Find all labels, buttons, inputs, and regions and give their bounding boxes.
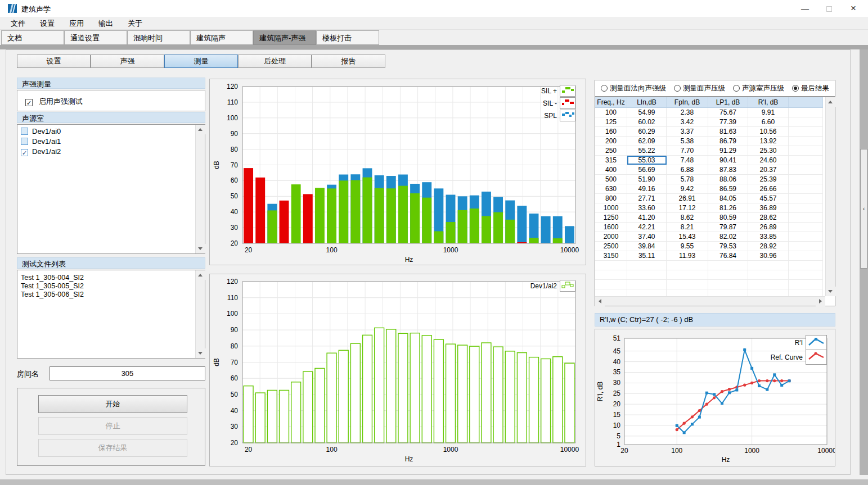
channel-list-scrollbar[interactable] xyxy=(195,125,205,253)
close-button[interactable]: × xyxy=(842,0,865,17)
table-cell[interactable] xyxy=(708,261,748,270)
table-cell[interactable]: 25.39 xyxy=(748,175,789,184)
table-cell[interactable] xyxy=(789,203,823,212)
channel-item[interactable]: ✓Dev1/ai2 xyxy=(21,147,192,157)
table-cell[interactable] xyxy=(667,261,708,270)
table-cell[interactable]: 7.48 xyxy=(667,156,708,165)
table-row[interactable]: 12560.023.4277.396.60 xyxy=(595,117,823,127)
table-cell[interactable] xyxy=(748,261,789,270)
table-cell[interactable] xyxy=(789,127,823,136)
table-cell[interactable]: 250 xyxy=(595,146,627,155)
table-cell[interactable]: 45.57 xyxy=(748,194,789,203)
menu-item-关于[interactable]: 关于 xyxy=(120,17,150,30)
table-cell[interactable] xyxy=(595,270,627,279)
table-cell[interactable] xyxy=(789,270,823,279)
table-cell[interactable]: 17.12 xyxy=(667,203,708,212)
table-row[interactable]: 10054.992.3875.679.91 xyxy=(595,108,823,117)
menu-item-应用[interactable]: 应用 xyxy=(62,17,91,30)
subtab-报告[interactable]: 报告 xyxy=(312,55,385,68)
table-cell[interactable]: 10.56 xyxy=(748,127,789,136)
table-row[interactable]: 50051.905.7888.0625.39 xyxy=(595,175,823,184)
table-cell[interactable]: 15.43 xyxy=(667,232,708,241)
radio-声源室声压级[interactable]: 声源室声压级 xyxy=(733,84,784,93)
table-cell[interactable]: 60.02 xyxy=(627,117,667,126)
table-cell[interactable]: 400 xyxy=(595,165,627,174)
table-cell[interactable] xyxy=(789,280,823,289)
table-cell[interactable] xyxy=(789,232,823,241)
scroll-up-icon[interactable] xyxy=(196,270,205,280)
table-row[interactable]: 25055.227.7091.2925.30 xyxy=(595,146,823,156)
table-cell[interactable]: 26.91 xyxy=(667,194,708,203)
table-cell[interactable]: 3.42 xyxy=(667,117,708,126)
table-cell[interactable]: 3150 xyxy=(595,251,627,260)
table-cell[interactable]: 1000 xyxy=(595,203,627,212)
menu-item-文件[interactable]: 文件 xyxy=(3,17,33,30)
table-cell[interactable]: 54.99 xyxy=(627,108,667,117)
stop-button[interactable]: 停止 xyxy=(38,417,187,435)
table-cell[interactable]: 86.59 xyxy=(708,184,748,193)
table-cell[interactable] xyxy=(748,270,789,279)
tab-通道设置[interactable]: 通道设置 xyxy=(64,30,127,45)
table-cell[interactable]: 500 xyxy=(595,175,627,184)
table-cell[interactable]: 62.09 xyxy=(627,137,667,146)
table-cell[interactable]: 37.40 xyxy=(627,232,667,241)
subtab-测量[interactable]: 测量 xyxy=(164,55,238,68)
table-row[interactable]: 20062.095.3886.7913.92 xyxy=(595,137,823,146)
table-cell[interactable]: 2.38 xyxy=(667,108,708,117)
test-file-item[interactable]: Test 1_305-005_SI2 xyxy=(21,282,192,291)
table-cell[interactable]: 79.53 xyxy=(708,242,748,251)
table-cell[interactable]: 9.42 xyxy=(667,184,708,193)
table-cell[interactable]: 9.91 xyxy=(748,108,789,117)
table-row[interactable]: 315035.1111.9376.8430.96 xyxy=(595,251,823,261)
table-cell[interactable]: 11.93 xyxy=(667,251,708,260)
channel-checkbox[interactable] xyxy=(21,138,28,145)
table-row[interactable] xyxy=(595,261,823,270)
table-cell[interactable]: 1600 xyxy=(595,223,627,232)
table-row[interactable]: 31555.037.4890.4124.60 xyxy=(595,156,823,165)
table-cell[interactable] xyxy=(789,251,823,260)
table-cell[interactable]: 81.63 xyxy=(708,127,748,136)
table-cell[interactable] xyxy=(789,137,823,146)
table-cell[interactable]: 41.20 xyxy=(627,213,667,222)
table-cell[interactable]: 55.03 xyxy=(627,156,667,165)
minimize-button[interactable]: — xyxy=(793,0,817,17)
table-cell[interactable]: 6.88 xyxy=(667,165,708,174)
table-cell[interactable]: 90.41 xyxy=(708,156,748,165)
table-cell[interactable]: 84.05 xyxy=(708,194,748,203)
table-cell[interactable] xyxy=(595,280,627,289)
table-row[interactable]: 250039.849.5579.5328.92 xyxy=(595,242,823,251)
table-row[interactable]: 160042.218.2179.8726.89 xyxy=(595,223,823,232)
table-cell[interactable] xyxy=(789,165,823,174)
table-cell[interactable] xyxy=(789,184,823,193)
subtab-后处理[interactable]: 后处理 xyxy=(238,55,312,68)
table-row[interactable]: 40056.696.8887.8320.37 xyxy=(595,165,823,175)
tab-建筑隔声-声强[interactable]: 建筑隔声-声强 xyxy=(253,30,316,45)
table-cell[interactable]: 13.92 xyxy=(748,137,789,146)
table-cell[interactable]: 160 xyxy=(595,127,627,136)
table-cell[interactable]: 36.89 xyxy=(748,203,789,212)
room-name-input[interactable] xyxy=(50,366,205,380)
save-result-button[interactable]: 保存结果 xyxy=(38,439,187,457)
table-cell[interactable]: 800 xyxy=(595,194,627,203)
table-cell[interactable]: 3.37 xyxy=(667,127,708,136)
table-cell[interactable] xyxy=(789,117,823,126)
table-cell[interactable] xyxy=(667,280,708,289)
table-cell[interactable]: 51.90 xyxy=(627,175,667,184)
table-cell[interactable] xyxy=(789,194,823,203)
radio-最后结果[interactable]: 最后结果 xyxy=(792,84,829,93)
tab-楼板打击[interactable]: 楼板打击 xyxy=(316,30,379,45)
table-horizontal-scrollbar[interactable] xyxy=(595,296,825,306)
collapse-panel-button[interactable]: ‹ xyxy=(860,149,867,269)
table-cell[interactable]: 39.84 xyxy=(627,242,667,251)
table-cell[interactable] xyxy=(789,146,823,155)
channel-item[interactable]: Dev1/ai0 xyxy=(21,127,192,137)
table-cell[interactable]: 630 xyxy=(595,184,627,193)
maximize-button[interactable] xyxy=(817,0,841,17)
table-cell[interactable]: 26.89 xyxy=(748,223,789,232)
scroll-left-icon[interactable] xyxy=(595,297,605,306)
table-cell[interactable]: 9.55 xyxy=(667,242,708,251)
start-button[interactable]: 开始 xyxy=(38,395,187,413)
table-cell[interactable]: 56.69 xyxy=(627,165,667,174)
table-cell[interactable]: 28.62 xyxy=(748,213,789,222)
table-cell[interactable]: 81.26 xyxy=(708,203,748,212)
